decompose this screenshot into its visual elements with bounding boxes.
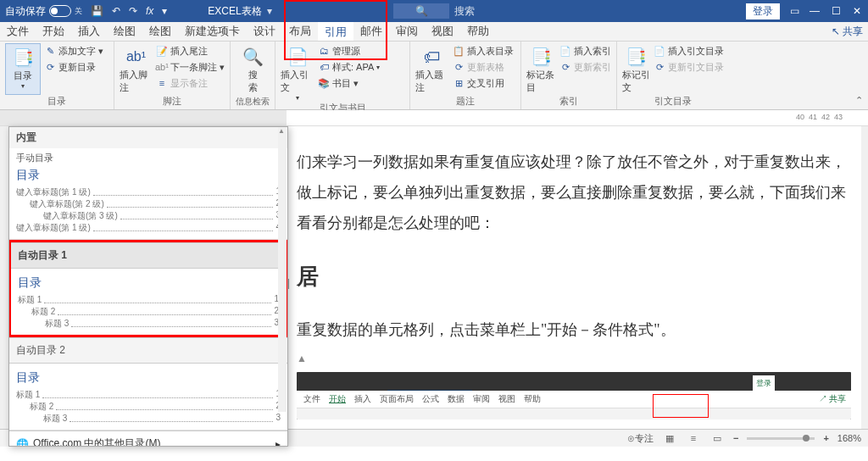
zoom-out-button[interactable]: − <box>733 433 738 443</box>
group-label: 脚注 <box>120 95 225 109</box>
maximize-button[interactable]: ☐ <box>832 5 841 17</box>
tab-review[interactable]: 审阅 <box>389 22 425 41</box>
toc-icon: 📑 <box>11 46 35 69</box>
tab-mailings[interactable]: 邮件 <box>353 22 389 41</box>
manage-sources-button[interactable]: 🗂管理源 <box>318 43 380 58</box>
tab-layout[interactable]: 布局 <box>282 22 318 41</box>
view-print-icon[interactable]: ▦ <box>662 432 677 444</box>
toc-dropdown: 内置 手动目录 目录 键入章标题(第 1 级)1 键入章标题(第 2 级)2 键… <box>8 126 288 447</box>
tab-references[interactable]: 引用 <box>318 22 353 41</box>
mark-citation-button[interactable]: 📑 标记引文 <box>622 43 650 95</box>
search-icon: 🔍 <box>415 5 428 17</box>
insert-caption-button[interactable]: 🏷 插入题注 <box>415 43 449 95</box>
collapse-ribbon-icon[interactable]: ⌃ <box>855 95 863 106</box>
group-footnotes: ab¹ 插入脚注 📝插入尾注 ab¹下一条脚注 ▾ ≡显示备注 脚注 <box>114 42 231 109</box>
update-index-button[interactable]: ⟳更新索引 <box>559 59 611 75</box>
save-icon[interactable]: 💾 <box>91 5 103 17</box>
view-read-icon[interactable]: ≡ <box>686 432 701 444</box>
insert-table-figures-button[interactable]: 📋插入表目录 <box>453 43 514 58</box>
mark-icon: 📑 <box>530 45 554 69</box>
toc-auto1-preview[interactable]: 目录 标题 11 标题 22 标题 33 <box>11 269 286 335</box>
footnote-icon: ab¹ <box>124 45 147 69</box>
tab-view[interactable]: 视图 <box>425 22 460 41</box>
group-research: 🔍 搜 索 信息检索 <box>231 42 275 109</box>
search-box[interactable]: 🔍 <box>393 3 449 19</box>
builtin-header: 内置 <box>9 127 287 148</box>
titlebar: 自动保存 关 💾 ↶ ↷ fx ▾ EXCEL表格 ▾ 🔍 搜索 登录 ▭ — … <box>0 0 868 22</box>
focus-mode-button[interactable]: ⊙专注 <box>627 432 654 445</box>
paragraph-1: 们来学习一列数据如果有重复值应该处理？除了放任不管之外，对于重复数出来，做上标记… <box>297 147 851 238</box>
search-button[interactable]: 🔍 搜 索 <box>236 43 270 96</box>
zoom-in-button[interactable]: + <box>823 433 828 443</box>
tab-newtab[interactable]: 新建选项卡 <box>178 22 247 41</box>
update-toc-button[interactable]: ⟳更新目录 <box>44 59 103 75</box>
group-authorities: 📑 标记引文 📄插入引文目录 ⟳更新引文目录 引文目录 <box>617 42 729 109</box>
zoom-level[interactable]: 168% <box>837 433 861 443</box>
quick-access-toolbar: 💾 ↶ ↷ fx ▾ <box>91 5 167 17</box>
tab-help[interactable]: 帮助 <box>460 22 496 41</box>
tab-draw2[interactable]: 绘图 <box>142 22 178 41</box>
update-table-button[interactable]: ⟳更新表格 <box>453 59 514 75</box>
group-label: 目录 <box>5 95 108 109</box>
qat-more-icon[interactable]: ▾ <box>162 5 167 17</box>
style-dropdown[interactable]: 🏷样式: APA▾ <box>318 59 380 75</box>
login-button[interactable]: 登录 <box>746 3 780 19</box>
autosave-toggle[interactable]: 自动保存 关 <box>5 4 82 19</box>
ruler: 40 41 42 43 <box>0 110 868 126</box>
scrollbar[interactable] <box>278 127 287 412</box>
autosave-off: 关 <box>75 6 82 17</box>
close-button[interactable]: ✕ <box>853 5 861 17</box>
ribbon-display-icon[interactable]: ▭ <box>790 5 799 17</box>
tab-file[interactable]: 文件 <box>0 22 36 41</box>
toc-auto2-preview[interactable]: 目录 标题 11 标题 22 标题 33 <box>9 364 287 430</box>
update-icon: ⟳ <box>44 62 56 73</box>
cross-reference-button[interactable]: ⊞交叉引用 <box>453 75 514 91</box>
search-placeholder: 搜索 <box>454 4 475 19</box>
autosave-label: 自动保存 <box>5 4 46 19</box>
search-icon: 🔍 <box>241 45 264 69</box>
citation-icon: 📄 <box>286 45 309 69</box>
undo-icon[interactable]: ↶ <box>112 5 120 17</box>
redo-icon[interactable]: ↷ <box>129 5 137 17</box>
document-page[interactable]: 们来学习一列数据如果有重复值应该处理？除了放任不管之外，对于重复数出来，做上标记… <box>287 126 861 447</box>
add-text-button[interactable]: ✎添加文字 ▾ <box>44 43 103 58</box>
next-footnote-button[interactable]: ab¹下一条脚注 ▾ <box>156 59 225 75</box>
search-area: 🔍 搜索 <box>393 3 475 19</box>
bibliography-button[interactable]: 📚书目 ▾ <box>318 75 380 91</box>
group-toc: 📑 目录 ▾ ✎添加文字 ▾ ⟳更新目录 目录 <box>0 42 114 109</box>
insert-citation-button[interactable]: 📄 插入引文 ▾ <box>281 43 314 102</box>
insert-authorities-button[interactable]: 📄插入引文目录 <box>654 43 724 58</box>
group-index: 📑 标记条目 📄插入索引 ⟳更新索引 索引 <box>521 42 617 109</box>
share-button[interactable]: 共享 <box>832 22 863 41</box>
ribbon-tabs: 文件 开始 插入 绘图 绘图 新建选项卡 设计 布局 引用 邮件 审阅 视图 帮… <box>0 22 868 42</box>
globe-icon: 🌐 <box>16 438 28 447</box>
workspace: 们来学习一列数据如果有重复值应该处理？除了放任不管之外，对于重复数出来，做上标记… <box>0 126 868 447</box>
tab-design[interactable]: 设计 <box>247 22 282 41</box>
tab-home[interactable]: 开始 <box>36 22 71 41</box>
insert-footnote-button[interactable]: ab¹ 插入脚注 <box>120 43 153 95</box>
group-label: 索引 <box>526 95 611 109</box>
tab-draw[interactable]: 绘图 <box>107 22 142 41</box>
zoom-slider[interactable] <box>747 437 815 440</box>
toc-menu: 🌐Office.com 中的其他目录(M)▸ 📖自定义目录(C)... 🗑删除目… <box>9 430 287 447</box>
view-web-icon[interactable]: ▭ <box>709 432 725 444</box>
tab-insert[interactable]: 插入 <box>71 22 107 41</box>
add-text-icon: ✎ <box>44 46 56 57</box>
office-more-toc[interactable]: 🌐Office.com 中的其他目录(M)▸ <box>9 433 287 447</box>
toc-manual-preview[interactable]: 手动目录 目录 键入章标题(第 1 级)1 键入章标题(第 2 级)2 键入章标… <box>9 148 287 240</box>
group-label: 引文目录 <box>622 95 724 109</box>
filename-dropdown-icon[interactable]: ▾ <box>267 5 272 17</box>
minimize-button[interactable]: — <box>810 5 820 17</box>
show-notes-button[interactable]: ≡显示备注 <box>156 75 225 91</box>
group-captions: 🏷 插入题注 📋插入表目录 ⟳更新表格 ⊞交叉引用 题注 <box>410 42 521 109</box>
insert-endnote-button[interactable]: 📝插入尾注 <box>156 43 225 58</box>
toggle-switch[interactable] <box>49 5 71 17</box>
mark-entry-button[interactable]: 📑 标记条目 <box>526 43 556 95</box>
auto-toc1-header[interactable]: 自动目录 1 <box>11 242 286 269</box>
fx-icon[interactable]: fx <box>146 5 153 17</box>
update-authorities-button[interactable]: ⟳更新引文目录 <box>654 59 724 75</box>
annotation-highlight <box>653 394 709 418</box>
toc-button[interactable]: 📑 目录 ▾ <box>5 43 41 95</box>
insert-index-button[interactable]: 📄插入索引 <box>559 43 611 58</box>
auto-toc2-header[interactable]: 自动目录 2 <box>9 337 287 364</box>
